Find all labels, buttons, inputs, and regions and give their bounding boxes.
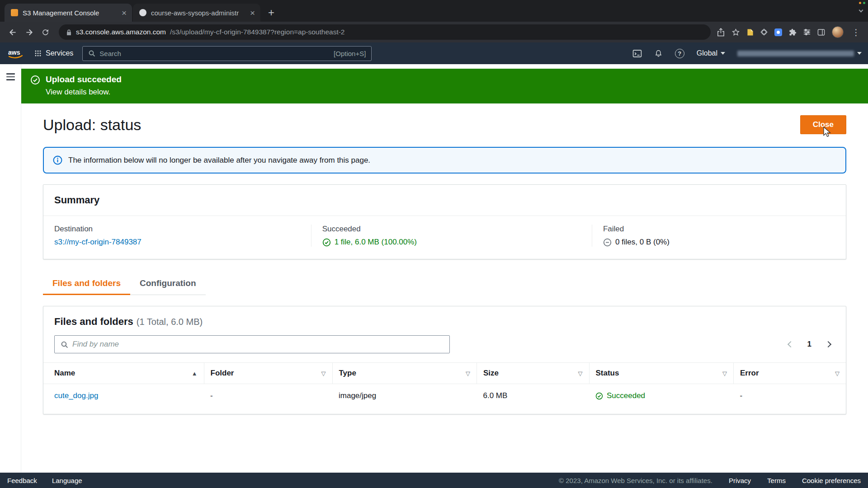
- search-shortcut: [Option+S]: [334, 50, 366, 57]
- column-header-name[interactable]: Name▲: [43, 363, 204, 384]
- share-icon[interactable]: [717, 28, 725, 37]
- column-header-type[interactable]: Type▽: [332, 363, 477, 384]
- info-alert: The information below will no longer be …: [43, 147, 846, 174]
- main-area: Upload succeeded View details below. Upl…: [0, 64, 868, 473]
- browser-menu-icon[interactable]: ⋮: [850, 28, 862, 37]
- services-menu[interactable]: Services: [34, 49, 73, 57]
- privacy-link[interactable]: Privacy: [729, 477, 751, 484]
- cloudshell-icon[interactable]: [632, 49, 642, 58]
- column-filter-icon[interactable]: ▽: [578, 370, 583, 377]
- console-search-input[interactable]: [99, 50, 330, 57]
- page-title: Upload: status: [43, 116, 141, 134]
- extension-doc-icon[interactable]: [747, 28, 754, 36]
- next-page-icon[interactable]: [825, 341, 831, 347]
- extension-gear-icon[interactable]: [760, 28, 768, 36]
- language-link[interactable]: Language: [52, 477, 82, 484]
- detail-tabs: Files and folders Configuration: [43, 278, 846, 295]
- table-row: cute_dog.jpg - image/jpeg 6.0 MB Succeed…: [43, 384, 846, 408]
- minus-circle-icon: [603, 238, 612, 247]
- back-arrow-icon: [8, 28, 18, 37]
- tab-close-icon[interactable]: ×: [121, 9, 127, 17]
- bookmark-star-icon[interactable]: [731, 28, 740, 37]
- cell-error: -: [734, 384, 846, 408]
- browser-tab-course[interactable]: course-aws-sysops-administr ×: [133, 4, 260, 22]
- hamburger-menu-icon[interactable]: [6, 73, 15, 80]
- side-panel-icon[interactable]: [817, 29, 825, 36]
- feedback-link[interactable]: Feedback: [7, 477, 37, 484]
- column-header-folder[interactable]: Folder▽: [204, 363, 332, 384]
- files-table: Name▲ Folder▽ Type▽ Size▽ Status▽ Error▽…: [43, 362, 846, 408]
- lock-icon: [66, 29, 72, 36]
- column-filter-icon[interactable]: ▽: [835, 370, 840, 377]
- files-heading-meta: (1 Total, 6.0 MB): [137, 317, 203, 327]
- find-by-name-field[interactable]: [54, 335, 450, 353]
- aws-favicon: [11, 9, 18, 16]
- console-search[interactable]: [Option+S]: [82, 46, 372, 61]
- summary-card: Summary Destination s3://my-cf-origin-78…: [43, 184, 846, 259]
- column-filter-icon[interactable]: ▽: [466, 370, 470, 377]
- tab-search-chevron-icon[interactable]: [859, 8, 863, 12]
- aws-console-header: aws Services [Option+S] ? Global: [0, 42, 868, 64]
- chevron-down-icon: [857, 52, 862, 55]
- notifications-bell-icon[interactable]: [654, 49, 663, 58]
- status-badge: Succeeded: [595, 391, 727, 400]
- column-filter-icon[interactable]: ▽: [722, 370, 727, 377]
- url-bar[interactable]: s3.console.aws.amazon.com/s3/upload/my-c…: [59, 24, 711, 40]
- github-favicon: [139, 9, 146, 16]
- file-name-link[interactable]: cute_dog.jpg: [54, 391, 98, 400]
- info-alert-text: The information below will no longer be …: [68, 156, 370, 165]
- refresh-button[interactable]: [38, 25, 52, 39]
- tab-configuration[interactable]: Configuration: [130, 278, 206, 295]
- summary-heading: Summary: [43, 185, 846, 216]
- cell-size: 6.0 MB: [477, 384, 590, 408]
- aws-logo[interactable]: aws: [6, 47, 25, 60]
- cookie-preferences-link[interactable]: Cookie preferences: [802, 477, 861, 484]
- console-footer: Feedback Language © 2023, Amazon Web Ser…: [0, 473, 868, 488]
- back-button[interactable]: [5, 25, 20, 39]
- table-header-row: Name▲ Folder▽ Type▽ Size▽ Status▽ Error▽: [43, 363, 846, 384]
- column-header-size[interactable]: Size▽: [477, 363, 590, 384]
- close-button[interactable]: Close: [800, 115, 846, 134]
- tab-files-and-folders[interactable]: Files and folders: [43, 278, 130, 295]
- previous-page-icon[interactable]: [787, 341, 793, 347]
- banner-title: Upload succeeded: [46, 75, 122, 84]
- banner-subtitle: View details below.: [46, 88, 122, 97]
- column-header-status[interactable]: Status▽: [589, 363, 734, 384]
- column-header-error[interactable]: Error▽: [734, 363, 846, 384]
- copyright-text: © 2023, Amazon Web Services, Inc. or its…: [559, 477, 712, 484]
- destination-label: Destination: [54, 225, 300, 234]
- sort-ascending-icon[interactable]: ▲: [192, 370, 198, 377]
- info-icon: [53, 155, 62, 165]
- services-label: Services: [46, 49, 73, 57]
- cell-type: image/jpeg: [332, 384, 477, 408]
- new-tab-button[interactable]: +: [264, 5, 278, 20]
- find-by-name-input[interactable]: [72, 340, 443, 349]
- tab-title: course-aws-sysops-administr: [151, 9, 245, 17]
- refresh-icon: [41, 28, 50, 37]
- help-icon[interactable]: ?: [675, 49, 684, 58]
- chevron-down-icon: [721, 52, 725, 55]
- region-label: Global: [697, 49, 717, 57]
- column-filter-icon[interactable]: ▽: [321, 370, 326, 377]
- extensions-puzzle-icon[interactable]: [789, 28, 797, 36]
- terms-link[interactable]: Terms: [767, 477, 786, 484]
- destination-link[interactable]: s3://my-cf-origin-7849387: [54, 238, 142, 247]
- extension-sliders-icon[interactable]: [803, 28, 811, 36]
- extension-camera-icon[interactable]: [774, 28, 782, 36]
- forward-button[interactable]: [22, 25, 36, 39]
- cell-folder: -: [204, 384, 332, 408]
- page-area: Upload succeeded View details below. Upl…: [21, 64, 868, 473]
- pagination: 1: [788, 340, 830, 349]
- success-banner: Upload succeeded View details below.: [21, 69, 868, 103]
- summary-failed: Failed 0 files, 0 B (0%): [592, 225, 846, 247]
- browser-tab-s3-console[interactable]: S3 Management Console ×: [5, 4, 132, 22]
- account-menu[interactable]: [737, 51, 862, 56]
- check-circle-icon: [30, 75, 40, 85]
- profile-avatar[interactable]: [832, 26, 844, 38]
- url-path: /s3/upload/my-cf-origin-7849387?region=a…: [170, 28, 344, 36]
- page-number[interactable]: 1: [807, 340, 811, 349]
- tab-close-icon[interactable]: ×: [249, 9, 256, 17]
- forward-arrow-icon: [24, 28, 34, 37]
- success-check-icon: [595, 392, 603, 400]
- region-selector[interactable]: Global: [697, 49, 725, 57]
